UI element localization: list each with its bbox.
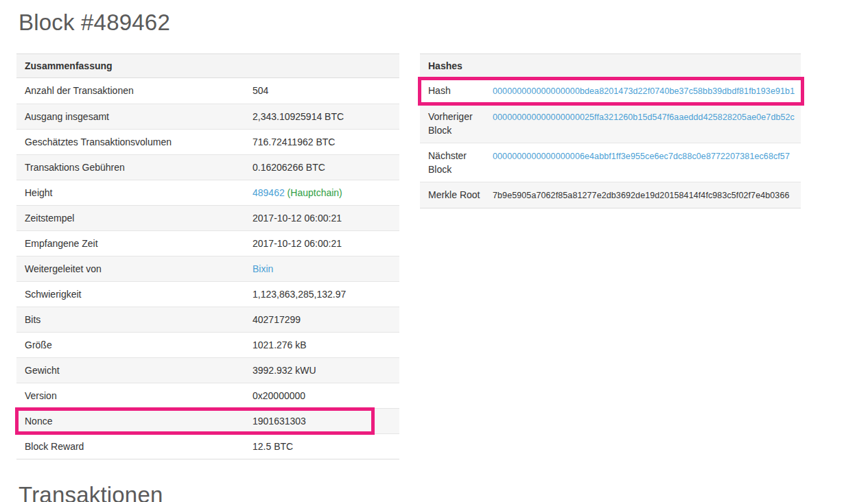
row-value-cell: 3992.932 kWU <box>253 363 399 377</box>
row-label: Nonce <box>16 414 253 428</box>
gesch-tztes-transaktionsvolumen-value: 716.72411962 BTC <box>253 136 335 147</box>
block-reward-value: 12.5 BTC <box>253 441 293 452</box>
hashes-heading: Hashes <box>420 53 801 78</box>
row-value-cell: 12.5 BTC <box>253 440 399 453</box>
row-label: Größe <box>16 338 253 352</box>
row-anzahl-der-transaktionen: Anzahl der Transaktionen 504 <box>16 78 399 104</box>
vorheriger-block-link[interactable]: 000000000000000000025ffa321260b15d547f6a… <box>493 112 795 122</box>
row-empfangene-zeit: Empfangene Zeit 2017-10-12 06:00:21 <box>16 230 399 256</box>
hashes-table: Hash 000000000000000000bdea8201473d22f07… <box>420 78 801 208</box>
row-value-cell: 716.72411962 BTC <box>253 135 399 149</box>
row-nonce: Nonce 1901631303 <box>16 408 399 433</box>
row-vorheriger-block: Vorheriger Block 000000000000000000025ff… <box>420 104 801 143</box>
row-value-cell: 2017-10-12 06:00:21 <box>253 211 399 225</box>
row-label: Weitergeleitet von <box>16 262 253 276</box>
bits-value: 402717299 <box>253 314 301 325</box>
row-gesch-tztes-transaktionsvolumen: Geschätztes Transaktionsvolumen 716.7241… <box>16 129 399 154</box>
anzahl-der-transaktionen-value: 504 <box>253 85 268 96</box>
row-n-chster-block: Nächster Block 0000000000000000006e4abbf… <box>420 143 801 182</box>
page-title: Block #489462 <box>19 10 170 36</box>
transaktions-geb-hren-value: 0.16206266 BTC <box>253 162 325 173</box>
row-value-cell: 1021.276 kB <box>253 338 399 352</box>
row-value-cell: 000000000000000000025ffa321260b15d547f6a… <box>493 110 801 137</box>
hashes-panel: Hashes Hash 000000000000000000bdea820147… <box>420 53 801 208</box>
gr-e-value: 1021.276 kB <box>253 339 307 350</box>
gewicht-value: 3992.932 kWU <box>253 365 316 376</box>
row-label: Nächster Block <box>420 149 493 176</box>
row-ausgang-insgesamt: Ausgang insgesamt 2,343.10925914 BTC <box>16 104 399 129</box>
row-value-cell: 1,123,863,285,132.97 <box>253 287 399 301</box>
hauptchain-label: (Hauptchain) <box>288 187 342 198</box>
transactions-heading: Transaktionen <box>19 482 163 502</box>
version-value: 0x20000000 <box>253 390 305 401</box>
row-label: Merkle Root <box>420 188 493 202</box>
row-label: Hash <box>420 84 493 98</box>
row-block-reward: Block Reward 12.5 BTC <box>16 433 399 459</box>
row-label: Geschätztes Transaktionsvolumen <box>16 135 253 149</box>
ausgang-insgesamt-value: 2,343.10925914 BTC <box>253 111 344 122</box>
schwierigkeit-value: 1,123,863,285,132.97 <box>253 289 346 300</box>
zeitstempel-value: 2017-10-12 06:00:21 <box>253 213 342 224</box>
hash-link[interactable]: 000000000000000000bdea8201473d22f0740be3… <box>493 86 795 96</box>
row-label: Version <box>16 389 253 403</box>
row-value-cell: 000000000000000000bdea8201473d22f0740be3… <box>493 84 801 98</box>
weitergeleitet-von-link[interactable]: Bixin <box>253 263 273 274</box>
row-value-cell: 489462 (Hauptchain) <box>253 186 399 200</box>
row-label: Gewicht <box>16 363 253 377</box>
row-label: Ausgang insgesamt <box>16 110 253 123</box>
row-value-cell: Bixin <box>253 262 399 276</box>
n-chster-block-link[interactable]: 0000000000000000006e4abbf1ff3e955ce6ec7d… <box>493 152 790 161</box>
row-merkle-root: Merkle Root 7b9e5905a7062f85a81277e2db36… <box>420 182 801 208</box>
row-transaktions-geb-hren: Transaktions Gebühren 0.16206266 BTC <box>16 154 399 180</box>
summary-table: Anzahl der Transaktionen 504 Ausgang ins… <box>16 78 399 459</box>
row-label: Transaktions Gebühren <box>16 160 253 174</box>
row-hash: Hash 000000000000000000bdea8201473d22f07… <box>420 78 801 104</box>
row-label: Empfangene Zeit <box>16 237 253 250</box>
row-version: Version 0x20000000 <box>16 383 399 408</box>
height-link[interactable]: 489462 <box>253 187 285 198</box>
row-value-cell: 0.16206266 BTC <box>253 160 399 174</box>
empfangene-zeit-value: 2017-10-12 06:00:21 <box>253 238 342 249</box>
row-value-cell: 1901631303 <box>253 414 399 428</box>
row-value-cell: 504 <box>253 84 399 98</box>
row-label: Zeitstempel <box>16 211 253 225</box>
row-value-cell: 0000000000000000006e4abbf1ff3e955ce6ec7d… <box>493 149 801 176</box>
summary-panel: Zusammenfassung Anzahl der Transaktionen… <box>16 53 399 459</box>
row-gr-e: Größe 1021.276 kB <box>16 332 399 357</box>
row-label: Anzahl der Transaktionen <box>16 84 253 98</box>
row-bits: Bits 402717299 <box>16 307 399 332</box>
summary-heading: Zusammenfassung <box>16 53 399 78</box>
nonce-value: 1901631303 <box>253 416 306 427</box>
row-label: Bits <box>16 313 253 326</box>
row-label: Block Reward <box>16 440 253 453</box>
row-gewicht: Gewicht 3992.932 kWU <box>16 357 399 383</box>
row-value-cell: 402717299 <box>253 313 399 326</box>
merkle-root-value: 7b9e5905a7062f85a81277e2db3692de19d20158… <box>493 191 790 200</box>
row-zeitstempel: Zeitstempel 2017-10-12 06:00:21 <box>16 205 399 230</box>
row-label: Vorheriger Block <box>420 110 493 137</box>
row-weitergeleitet-von: Weitergeleitet von Bixin <box>16 256 399 281</box>
row-height: Height 489462 (Hauptchain) <box>16 180 399 205</box>
row-schwierigkeit: Schwierigkeit 1,123,863,285,132.97 <box>16 281 399 307</box>
row-value-cell: 7b9e5905a7062f85a81277e2db3692de19d20158… <box>493 188 801 202</box>
row-label: Schwierigkeit <box>16 287 253 301</box>
row-value-cell: 2,343.10925914 BTC <box>253 110 399 123</box>
row-value-cell: 2017-10-12 06:00:21 <box>253 237 399 250</box>
row-value-cell: 0x20000000 <box>253 389 399 403</box>
row-label: Height <box>16 186 253 200</box>
